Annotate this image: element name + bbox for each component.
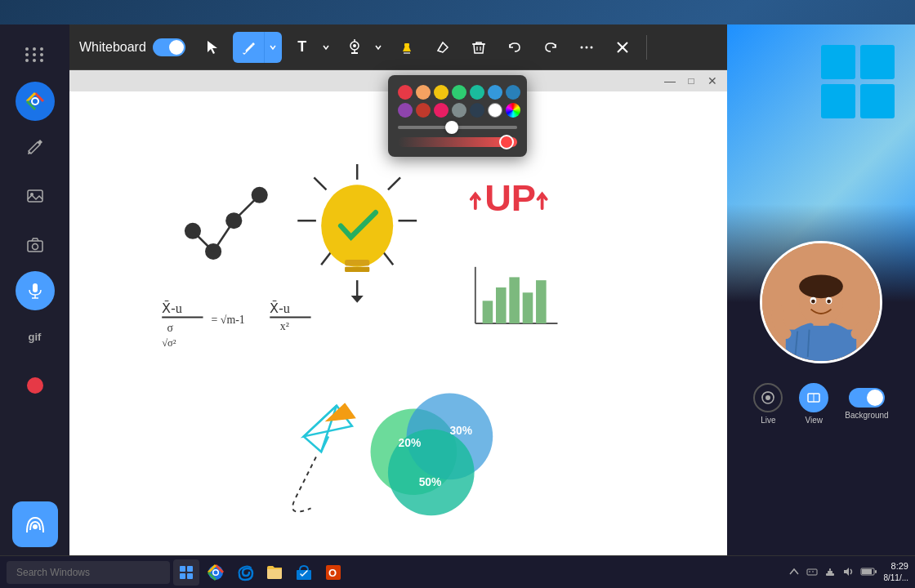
- chevron-down-icon-stamp: [374, 43, 382, 51]
- sidebar-broadcast[interactable]: [12, 501, 58, 547]
- color-swatch-red[interactable]: [398, 85, 413, 100]
- whiteboard-toggle[interactable]: [153, 38, 185, 56]
- search-input[interactable]: [7, 561, 170, 584]
- color-swatch-white[interactable]: [488, 103, 502, 118]
- draw-tool-button[interactable]: [233, 32, 264, 63]
- svg-point-78: [827, 300, 831, 304]
- canvas-close-button[interactable]: ✕: [704, 73, 721, 89]
- color-swatch-orange[interactable]: [416, 85, 431, 100]
- svg-rect-55: [509, 277, 520, 323]
- background-control[interactable]: Background: [845, 388, 888, 420]
- color-swatch-pink[interactable]: [434, 103, 449, 118]
- volume-icon: [842, 566, 854, 577]
- svg-rect-3: [28, 190, 42, 202]
- color-swatch-purple[interactable]: [398, 103, 413, 118]
- svg-text:√σ²: √σ²: [162, 337, 176, 349]
- left-sidebar: gif: [0, 24, 69, 555]
- color-swatch-teal[interactable]: [470, 85, 484, 100]
- close-button[interactable]: [607, 32, 638, 63]
- drawing-canvas[interactable]: X̄-u σ = √m-1 X̄-u x² √σ²: [69, 91, 727, 555]
- size-slider[interactable]: [398, 126, 517, 129]
- sidebar-image[interactable]: [12, 173, 58, 219]
- sidebar-app-icon[interactable]: [16, 82, 55, 121]
- svg-rect-48: [345, 267, 369, 272]
- keyboard-icon: [806, 566, 818, 577]
- svg-text:UP: UP: [484, 177, 536, 219]
- color-picker-popup: [388, 75, 527, 157]
- svg-rect-86: [187, 566, 193, 572]
- taskbar-explorer[interactable]: [261, 559, 288, 586]
- svg-line-42: [314, 177, 326, 189]
- color-swatch-green[interactable]: [452, 85, 466, 100]
- background-toggle[interactable]: [849, 388, 885, 408]
- sidebar-camera[interactable]: [12, 222, 58, 268]
- color-swatch-dark-red[interactable]: [416, 103, 431, 118]
- pointer-icon: [204, 39, 221, 56]
- svg-rect-67: [860, 84, 895, 118]
- svg-point-46: [321, 185, 393, 267]
- size-slider-container: [398, 126, 517, 129]
- eraser-tool-button[interactable]: [427, 32, 458, 63]
- sidebar-gif[interactable]: gif: [12, 314, 58, 359]
- color-swatch-gray[interactable]: [452, 103, 466, 118]
- svg-point-13: [353, 44, 356, 47]
- live-control[interactable]: Live: [753, 383, 783, 425]
- taskbar-edge[interactable]: [232, 559, 258, 586]
- svg-rect-99: [826, 573, 834, 576]
- taskbar-task-view[interactable]: [173, 559, 199, 586]
- color-swatch-dark[interactable]: [470, 103, 484, 118]
- live-label: Live: [761, 416, 775, 425]
- svg-point-10: [33, 524, 38, 529]
- sidebar-record[interactable]: [12, 363, 58, 408]
- view-icon: [799, 383, 828, 412]
- chrome-icon: [24, 90, 47, 113]
- svg-line-45: [321, 252, 332, 265]
- draw-dropdown-button[interactable]: [264, 32, 282, 63]
- view-control[interactable]: View: [799, 383, 828, 425]
- pointer-tool-button[interactable]: [197, 32, 228, 63]
- svg-text:X̄-u: X̄-u: [162, 301, 182, 316]
- redo-button[interactable]: [535, 32, 566, 63]
- taskbar-chrome[interactable]: [203, 559, 229, 586]
- color-swatch-cyan[interactable]: [488, 85, 502, 100]
- svg-rect-85: [180, 566, 185, 572]
- opacity-slider[interactable]: [398, 137, 517, 147]
- stamp-tool-group: [339, 32, 386, 63]
- highlight-tool-button[interactable]: [391, 32, 422, 63]
- stamp-dropdown-button[interactable]: [370, 32, 386, 63]
- delete-tool-button[interactable]: [463, 32, 494, 63]
- svg-rect-100: [828, 571, 832, 573]
- opacity-slider-container: [398, 137, 517, 147]
- taskbar-office[interactable]: O: [320, 559, 346, 586]
- view-label: View: [806, 416, 824, 425]
- svg-rect-14: [404, 43, 409, 47]
- opacity-thumb[interactable]: [499, 135, 514, 149]
- svg-point-74: [799, 274, 843, 298]
- text-dropdown-button[interactable]: [318, 32, 334, 63]
- svg-rect-104: [875, 570, 877, 573]
- more-icon: [579, 40, 594, 55]
- text-tool-button[interactable]: T: [287, 32, 318, 63]
- eraser-icon: [435, 39, 451, 56]
- svg-rect-65: [860, 45, 895, 79]
- taskbar-store[interactable]: [291, 559, 317, 586]
- svg-text:X̄-u: X̄-u: [270, 301, 290, 316]
- more-options-button[interactable]: [571, 32, 602, 63]
- color-swatch-custom[interactable]: [506, 103, 520, 118]
- color-swatch-yellow[interactable]: [434, 85, 449, 100]
- whiteboard-svg: X̄-u σ = √m-1 X̄-u x² √σ²: [69, 91, 727, 555]
- stamp-icon: [346, 39, 363, 56]
- camera-icon: [26, 236, 44, 254]
- toolbar-separator: [646, 35, 647, 60]
- mic-icon: [26, 282, 44, 300]
- undo-button[interactable]: [499, 32, 530, 63]
- sidebar-mic[interactable]: [16, 271, 55, 310]
- svg-rect-64: [821, 45, 855, 79]
- color-swatch-blue[interactable]: [506, 85, 520, 100]
- sidebar-pencil[interactable]: [12, 124, 58, 170]
- record-icon: [27, 377, 43, 394]
- stamp-tool-button[interactable]: [339, 32, 370, 63]
- maximize-button[interactable]: □: [683, 73, 699, 89]
- sidebar-apps-grid[interactable]: [12, 33, 58, 78]
- minimize-button[interactable]: —: [662, 73, 678, 89]
